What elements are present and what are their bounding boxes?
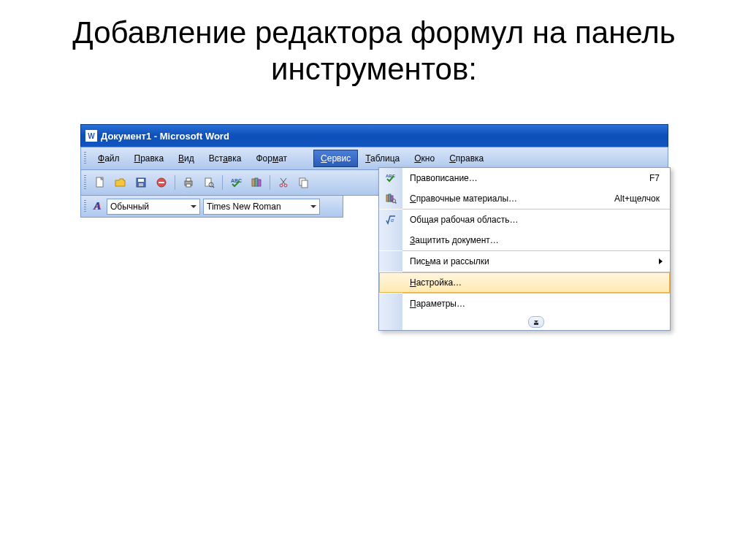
menu-view[interactable]: Вид [171, 150, 202, 167]
menu-expand-row [379, 314, 670, 330]
print-preview-button[interactable] [199, 173, 218, 192]
formatting-toolbar: A Обычный Times New Roman [80, 196, 343, 218]
research-button[interactable] [247, 173, 266, 192]
menu-item-research[interactable]: Справочные материалы… Alt+щелчок [379, 188, 670, 209]
menu-label: Параметры… [402, 299, 670, 309]
menu-shortcut: F7 [649, 173, 670, 183]
font-value: Times New Roman [207, 202, 281, 212]
font-combo[interactable]: Times New Roman [203, 199, 320, 215]
menu-table[interactable]: Таблица [358, 150, 407, 167]
menu-label: Настройка… [402, 277, 670, 288]
svg-rect-14 [255, 178, 258, 186]
svg-point-18 [280, 184, 283, 187]
toolbar-grip[interactable] [84, 152, 86, 165]
svg-rect-8 [186, 184, 191, 187]
menu-item-protect[interactable]: Защитить документ… [379, 230, 670, 250]
sqrt-icon: α [385, 214, 397, 226]
toolbar-separator [175, 175, 175, 190]
svg-rect-21 [302, 180, 308, 188]
permission-button[interactable] [152, 173, 171, 192]
menu-shortcut: Alt+щелчок [614, 193, 670, 204]
menu-file[interactable]: Файл [91, 150, 127, 167]
menu-item-customize[interactable]: Настройка… [379, 272, 670, 293]
slide-title: Добавление редактора формул на панель ин… [0, 0, 748, 96]
svg-rect-7 [186, 178, 191, 181]
menu-item-mailings[interactable]: Письма и рассылки [379, 251, 670, 272]
svg-rect-2 [138, 179, 144, 182]
svg-line-11 [213, 186, 214, 188]
dropdown-caret-icon [310, 205, 316, 208]
menu-insert[interactable]: Вставка [202, 150, 249, 167]
menu-tools[interactable]: Сервис [313, 150, 358, 167]
expand-menu-button[interactable] [528, 316, 544, 328]
word-screenshot: W Документ1 - Microsoft Word Файл Правка… [80, 124, 668, 218]
menu-item-spellcheck[interactable]: ABC Правописание… F7 [379, 168, 670, 188]
menu-item-shared-workspace[interactable]: α Общая рабочая область… [379, 210, 670, 230]
styles-icon[interactable]: A [89, 200, 105, 212]
window-title: Документ1 - Microsoft Word [101, 131, 229, 142]
menu-format[interactable]: Формат [248, 150, 294, 167]
menu-help[interactable]: Справка [442, 150, 491, 167]
toolbar-separator [270, 175, 270, 190]
submenu-arrow-icon [659, 258, 663, 264]
svg-text:ABC: ABC [231, 178, 242, 183]
cut-button[interactable] [274, 173, 293, 192]
menu-edit[interactable]: Правка [127, 150, 172, 167]
research-icon [385, 193, 397, 204]
new-doc-button[interactable] [91, 173, 110, 192]
svg-rect-13 [252, 179, 255, 186]
svg-rect-5 [159, 182, 164, 183]
dropdown-caret-icon [191, 205, 196, 208]
style-value: Обычный [110, 202, 149, 212]
toolbar-grip[interactable] [84, 200, 86, 213]
toolbar-separator [222, 175, 223, 190]
svg-rect-15 [258, 180, 261, 186]
menu-label: Общая рабочая область… [402, 215, 670, 225]
copy-button[interactable] [294, 173, 313, 192]
open-button[interactable] [111, 173, 130, 192]
spellcheck-icon: ABC [385, 172, 397, 184]
menu-label: Письма и рассылки [402, 256, 659, 266]
style-combo[interactable]: Обычный [107, 199, 200, 215]
svg-rect-9 [205, 178, 211, 186]
spellcheck-button[interactable]: ABC [226, 173, 245, 192]
menu-item-options[interactable]: Параметры… [379, 294, 670, 314]
word-app-icon: W [85, 130, 97, 142]
toolbar-grip[interactable] [84, 175, 86, 190]
menu-label: Справочные материалы… [402, 193, 614, 204]
save-button[interactable] [131, 173, 150, 192]
tools-dropdown-menu: ABC Правописание… F7 Справочные материал… [378, 167, 671, 331]
print-button[interactable] [179, 173, 198, 192]
menu-window[interactable]: Окно [407, 150, 442, 167]
svg-text:α: α [391, 218, 394, 223]
svg-rect-3 [139, 183, 143, 186]
svg-point-19 [284, 184, 287, 187]
menu-label: Защитить документ… [402, 235, 670, 245]
window-titlebar: W Документ1 - Microsoft Word [80, 124, 668, 147]
svg-line-27 [395, 202, 397, 204]
svg-text:ABC: ABC [386, 174, 396, 178]
menu-label: Правописание… [402, 173, 649, 183]
